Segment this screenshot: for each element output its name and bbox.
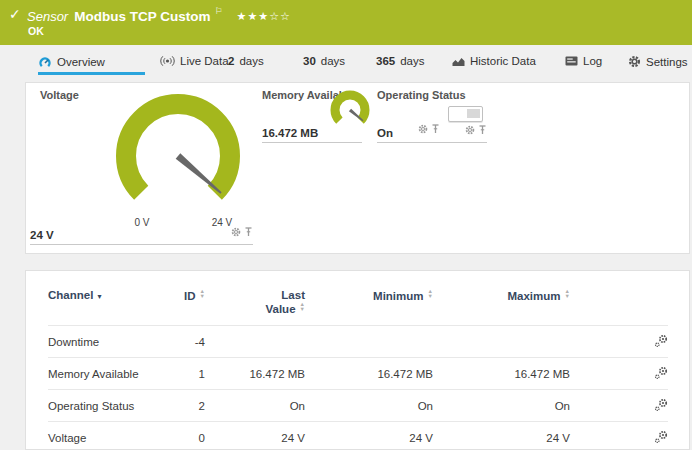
channel-minimum: [305, 325, 433, 357]
active-tab-indicator: [38, 72, 145, 75]
channel-maximum: [433, 325, 570, 357]
voltage-gauge: [113, 91, 243, 225]
tab-2-days[interactable]: 2days: [228, 55, 264, 67]
channel-maximum: 24 V: [433, 421, 570, 450]
sort-icon: ▲▼: [565, 289, 570, 298]
channel-minimum: 16.472 MB: [305, 357, 433, 389]
ok-check-icon: ✓: [9, 6, 21, 22]
live-data-icon: [160, 55, 175, 67]
tab-30-days[interactable]: 30days: [303, 55, 345, 67]
sort-icon: ▲▼: [300, 302, 305, 311]
table-row: Voltage 0 24 V 24 V 24 V: [48, 421, 668, 450]
pin-icon[interactable]: [244, 223, 253, 241]
sort-desc-icon: ▾: [97, 292, 101, 301]
sensor-header: ✓ SensorModbus TCP Custom⚐★★★☆☆ OK: [0, 0, 692, 45]
tab-bar: Overview Live Data 2days 30days 365days …: [0, 45, 692, 78]
channel-table-panel: Channel▾ ID▲▼ Last Value▲▼ Minimum▲▼ Max…: [25, 270, 690, 450]
tab-live-data[interactable]: Live Data: [160, 55, 229, 67]
channel-table: Channel▾ ID▲▼ Last Value▲▼ Minimum▲▼ Max…: [48, 277, 668, 450]
object-kind-label: Sensor: [27, 9, 68, 24]
channel-maximum: 16.472 MB: [433, 357, 570, 389]
voltage-gauge-needle: [176, 153, 222, 194]
column-header-channel[interactable]: Channel▾: [48, 277, 158, 325]
channel-last-value: On: [205, 389, 305, 421]
priority-stars[interactable]: ★★★☆☆: [237, 10, 291, 22]
tab-historic-data[interactable]: Historic Data: [452, 55, 536, 67]
sensor-title: Modbus TCP Custom: [74, 9, 210, 24]
channel-name: Memory Available: [48, 357, 158, 389]
channel-name: Downtime: [48, 325, 158, 357]
voltage-value: 24 V: [30, 229, 54, 241]
tab-365-days[interactable]: 365days: [376, 55, 424, 67]
gauge-icon: [38, 55, 52, 68]
channel-id: 0: [158, 421, 205, 450]
operating-status-title: Operating Status: [377, 89, 466, 101]
channel-maximum: On: [433, 389, 570, 421]
operating-status-switch: [448, 106, 483, 122]
channel-name: Voltage: [48, 421, 158, 450]
overview-gauges-panel: Voltage 0 V 24 V 24 V: [25, 82, 690, 254]
sort-icon: ▲▼: [428, 289, 433, 298]
channel-minimum: On: [305, 389, 433, 421]
column-header-last-value[interactable]: Last Value▲▼: [205, 277, 305, 325]
operating-status-value: On: [377, 127, 393, 139]
channel-settings-icon[interactable]: [570, 325, 668, 357]
sort-icon: ▲▼: [200, 289, 205, 298]
channel-name: Operating Status: [48, 389, 158, 421]
historic-data-icon: [452, 56, 465, 67]
channel-last-value: 24 V: [205, 421, 305, 450]
column-header-minimum[interactable]: Minimum▲▼: [305, 277, 433, 325]
channel-settings-icon[interactable]: [570, 357, 668, 389]
pin-icon[interactable]: [478, 121, 487, 139]
settings-gear-icon: [628, 55, 641, 68]
table-row: Operating Status 2 On On On: [48, 389, 668, 421]
table-row: Downtime -4: [48, 325, 668, 357]
channel-id: 2: [158, 389, 205, 421]
column-header-actions: [570, 277, 668, 325]
channel-minimum: 24 V: [305, 421, 433, 450]
column-header-id[interactable]: ID▲▼: [158, 277, 205, 325]
flag-icon: ⚐: [214, 6, 222, 16]
voltage-gauge-title: Voltage: [40, 89, 79, 101]
channel-id: 1: [158, 357, 205, 389]
channel-settings-icon[interactable]: [570, 389, 668, 421]
channel-id: -4: [158, 325, 205, 357]
gear-icon[interactable]: [465, 121, 475, 139]
column-header-maximum[interactable]: Maximum▲▼: [433, 277, 570, 325]
gear-icon[interactable]: [231, 223, 241, 241]
channel-settings-icon[interactable]: [570, 421, 668, 450]
tab-log[interactable]: Log: [565, 55, 602, 67]
memory-value: 16.472 MB: [262, 127, 318, 139]
log-icon: [565, 56, 578, 66]
tab-settings[interactable]: Settings: [628, 55, 688, 68]
tab-overview[interactable]: Overview: [38, 55, 105, 68]
channel-last-value: [205, 325, 305, 357]
table-row: Memory Available 1 16.472 MB 16.472 MB 1…: [48, 357, 668, 389]
channel-last-value: 16.472 MB: [205, 357, 305, 389]
status-badge: OK: [28, 25, 44, 37]
